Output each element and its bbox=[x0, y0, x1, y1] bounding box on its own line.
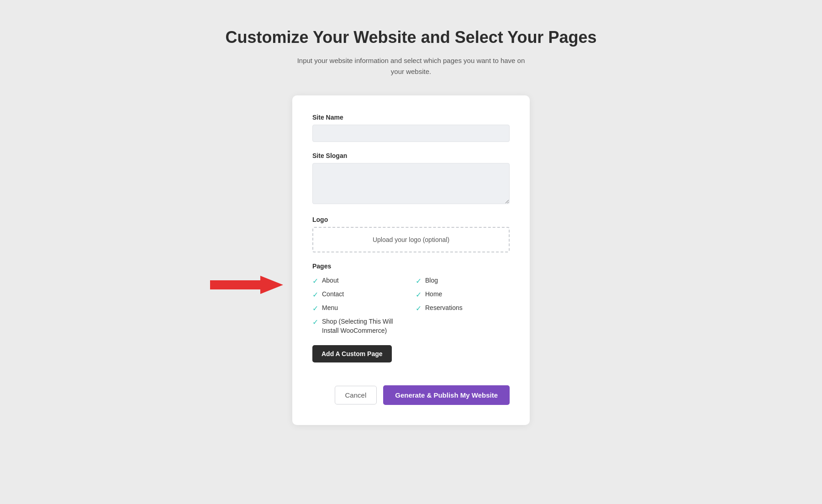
page-label-shop: Shop (Selecting This Will Install WooCom… bbox=[322, 317, 406, 335]
footer-buttons: Cancel Generate & Publish My Website bbox=[312, 385, 510, 405]
check-icon-home: ✓ bbox=[416, 290, 422, 299]
check-icon-reservations: ✓ bbox=[416, 304, 422, 313]
page-label-contact: Contact bbox=[322, 290, 344, 299]
page-item-menu[interactable]: ✓ Menu bbox=[312, 304, 406, 313]
page-subtitle: Input your website information and selec… bbox=[297, 55, 525, 77]
form-card: Site Name Site Slogan Logo Upload your l… bbox=[292, 95, 530, 425]
page-wrapper: Customize Your Website and Select Your P… bbox=[206, 27, 616, 425]
site-slogan-label: Site Slogan bbox=[312, 152, 510, 159]
arrow-annotation bbox=[210, 273, 283, 296]
check-icon-contact: ✓ bbox=[312, 290, 318, 299]
pages-field-group: Pages ✓ About ✓ Blog ✓ Contact ✓ bbox=[312, 262, 510, 375]
page-item-about[interactable]: ✓ About bbox=[312, 276, 406, 285]
page-label-about: About bbox=[322, 276, 339, 285]
page-label-home: Home bbox=[425, 290, 442, 299]
check-icon-about: ✓ bbox=[312, 277, 318, 285]
site-name-input[interactable] bbox=[312, 125, 510, 142]
site-name-field-group: Site Name bbox=[312, 114, 510, 142]
page-label-blog: Blog bbox=[425, 276, 438, 285]
page-item-reservations[interactable]: ✓ Reservations bbox=[416, 304, 510, 313]
page-item-shop[interactable]: ✓ Shop (Selecting This Will Install WooC… bbox=[312, 317, 406, 335]
site-slogan-field-group: Site Slogan bbox=[312, 152, 510, 206]
pages-label: Pages bbox=[312, 262, 510, 270]
page-item-contact[interactable]: ✓ Contact bbox=[312, 290, 406, 299]
page-item-blog[interactable]: ✓ Blog bbox=[416, 276, 510, 285]
check-icon-blog: ✓ bbox=[416, 277, 422, 285]
check-icon-menu: ✓ bbox=[312, 304, 318, 313]
red-arrow-icon bbox=[210, 273, 283, 296]
page-label-reservations: Reservations bbox=[425, 304, 463, 313]
page-label-menu: Menu bbox=[322, 304, 338, 313]
site-name-label: Site Name bbox=[312, 114, 510, 121]
logo-label: Logo bbox=[312, 216, 510, 223]
logo-upload-area[interactable]: Upload your logo (optional) bbox=[312, 227, 510, 252]
check-icon-shop: ✓ bbox=[312, 318, 318, 326]
page-item-home[interactable]: ✓ Home bbox=[416, 290, 510, 299]
svg-marker-0 bbox=[210, 276, 283, 294]
page-title: Customize Your Website and Select Your P… bbox=[226, 27, 597, 47]
pages-grid: ✓ About ✓ Blog ✓ Contact ✓ Home bbox=[312, 276, 510, 335]
site-slogan-input[interactable] bbox=[312, 163, 510, 204]
add-custom-page-button[interactable]: Add A Custom Page bbox=[312, 345, 392, 362]
logo-upload-text: Upload your logo (optional) bbox=[373, 236, 449, 243]
logo-field-group: Logo Upload your logo (optional) bbox=[312, 216, 510, 252]
cancel-button[interactable]: Cancel bbox=[335, 386, 377, 404]
generate-publish-button[interactable]: Generate & Publish My Website bbox=[383, 385, 510, 405]
